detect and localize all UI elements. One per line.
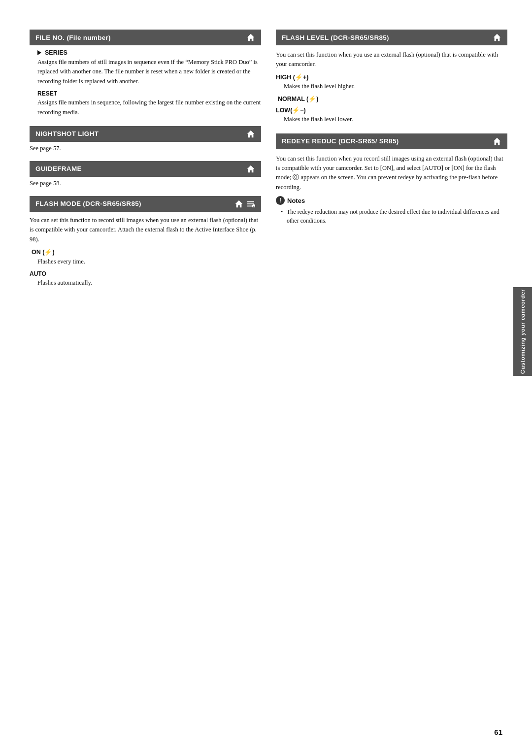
home-icon [493, 137, 501, 146]
auto-subsection: AUTO Flashes automatically. [30, 270, 261, 288]
left-column: FILE NO. (File number) SERIES Assigns fi… [30, 30, 261, 726]
auto-label: AUTO [30, 270, 261, 277]
series-subsection: SERIES Assigns file numbers of still ima… [30, 49, 261, 86]
home-icon [234, 199, 243, 208]
notes-list: The redeye reduction may not produce the… [276, 207, 507, 225]
file-no-title: FILE NO. (File number) [35, 34, 111, 41]
notes-section: ! Notes The redeye reduction may not pro… [276, 196, 507, 225]
flash-mode-header: FLASH MODE (DCR-SR65/SR85) + [30, 196, 261, 212]
file-no-header: FILE NO. (File number) [30, 30, 261, 45]
redeye-body: You can set this function when you recor… [276, 154, 507, 193]
high-label: HIGH (⚡+) [276, 73, 507, 81]
svg-text:+: + [253, 204, 255, 207]
flash-level-body: You can set this function when you use a… [276, 50, 507, 69]
main-area: FILE NO. (File number) SERIES Assigns fi… [0, 0, 532, 756]
home-icon [246, 130, 255, 138]
auto-text: Flashes automatically. [30, 278, 261, 288]
guideframe-title: GUIDEFRAME [35, 165, 82, 172]
redeye-title: REDEYE REDUC (DCR-SR65/ SR85) [282, 137, 399, 145]
nightshot-section: NIGHTSHOT LIGHT See page 57. [30, 126, 261, 152]
reset-text: Assigns file numbers in sequence, follow… [37, 98, 261, 117]
flash-mode-icons: + [234, 199, 255, 208]
flash-level-title: FLASH LEVEL (DCR-SR65/SR85) [282, 34, 389, 41]
flash-mode-title: FLASH MODE (DCR-SR65/SR85) [35, 200, 141, 207]
sidebar-label: Customizing your camcorder [520, 289, 526, 374]
redeye-section: REDEYE REDUC (DCR-SR65/ SR85) You can se… [276, 133, 507, 226]
nightshot-see-page: See page 57. [30, 145, 261, 152]
guideframe-header: GUIDEFRAME [30, 161, 261, 177]
low-subsection: LOW(⚡−) Makes the flash level lower. [276, 106, 507, 124]
reset-subsection: RESET Assigns file numbers in sequence, … [30, 90, 261, 117]
on-text: Flashes every time. [30, 257, 261, 266]
low-label: LOW(⚡−) [276, 106, 507, 114]
high-text: Makes the flash level higher. [276, 82, 507, 91]
home-icon [246, 33, 255, 42]
file-no-icons [246, 33, 255, 42]
on-label: ON (⚡) [30, 248, 261, 256]
triangle-icon [37, 50, 41, 55]
redeye-header: REDEYE REDUC (DCR-SR65/ SR85) [276, 133, 507, 149]
page-number: 61 [494, 728, 502, 736]
sidebar-tab: Customizing your camcorder [513, 287, 532, 376]
flash-mode-body: You can set this function to record stil… [30, 216, 261, 244]
home-icon [493, 33, 501, 42]
nightshot-header: NIGHTSHOT LIGHT [30, 126, 261, 142]
high-subsection: HIGH (⚡+) Makes the flash level higher. [276, 73, 507, 91]
normal-subsection: NORMAL (⚡) [276, 95, 507, 102]
svg-rect-0 [247, 201, 254, 202]
series-text: Assigns file numbers of still images in … [37, 58, 261, 86]
low-text: Makes the flash level lower. [276, 115, 507, 124]
series-title: SERIES [37, 49, 261, 56]
flash-mode-section: FLASH MODE (DCR-SR65/SR85) + [30, 196, 261, 288]
guideframe-section: GUIDEFRAME See page 58. [30, 161, 261, 187]
flash-level-section: FLASH LEVEL (DCR-SR65/SR85) You can set … [276, 30, 507, 125]
nightshot-title: NIGHTSHOT LIGHT [35, 130, 99, 137]
notes-title: ! Notes [276, 196, 507, 205]
on-subsection: ON (⚡) Flashes every time. [30, 248, 261, 266]
right-column: FLASH LEVEL (DCR-SR65/SR85) You can set … [276, 30, 507, 726]
normal-label: NORMAL (⚡) [276, 95, 507, 102]
reset-title: RESET [37, 90, 261, 97]
file-no-section: FILE NO. (File number) SERIES Assigns fi… [30, 30, 261, 117]
notes-icon: ! [276, 196, 285, 205]
flash-level-header: FLASH LEVEL (DCR-SR65/SR85) [276, 30, 507, 45]
home-icon [246, 164, 255, 173]
notes-item: The redeye reduction may not produce the… [281, 207, 507, 225]
list-icon: + [246, 200, 255, 207]
page: FILE NO. (File number) SERIES Assigns fi… [0, 0, 532, 756]
guideframe-see-page: See page 58. [30, 180, 261, 187]
